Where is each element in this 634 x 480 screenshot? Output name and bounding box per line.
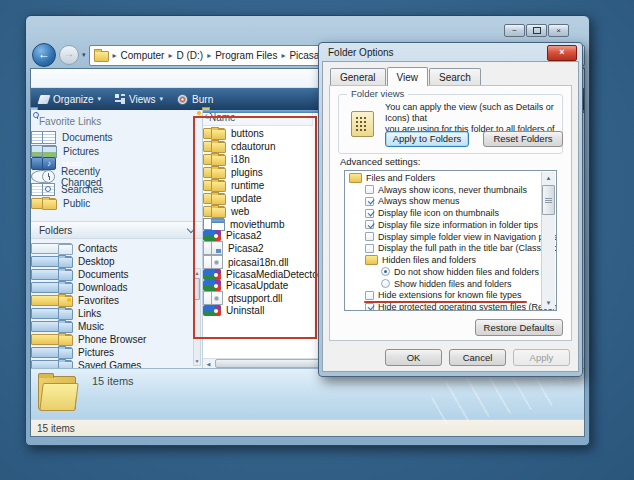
tree-folder-icon (58, 296, 73, 307)
tree-item[interactable]: Desktop (31, 256, 72, 267)
restore-defaults-button[interactable]: Restore Defaults (475, 319, 563, 336)
tree-item[interactable]: Downloads (31, 282, 72, 293)
breadcrumb-segment[interactable]: ▸D (D:) (168, 50, 203, 61)
back-icon: ← (38, 47, 50, 61)
groupbox-label: Folder views (347, 88, 408, 99)
organize-button[interactable]: Organize ▾ (39, 94, 101, 105)
crumb-separator-icon: ▸ (207, 51, 211, 60)
close-icon: × (556, 27, 561, 35)
tree-folder-icon (58, 309, 73, 320)
scroll-left-icon[interactable]: ◀ (203, 360, 214, 368)
favorite-link[interactable]: Searches (31, 183, 54, 196)
navigation-pane: Favorite Links DocumentsPictures♪MusicRe… (31, 110, 203, 368)
favorite-link[interactable]: ♪Music (31, 157, 55, 170)
chevron-down-icon: ▾ (160, 95, 164, 103)
dialog-titlebar[interactable]: Folder Options × (322, 43, 579, 61)
close-button[interactable]: × (548, 24, 569, 37)
tab-search[interactable]: Search (429, 68, 481, 85)
back-button[interactable]: ← (32, 43, 56, 67)
cancel-button[interactable]: Cancel (449, 349, 506, 366)
folder-icon (349, 173, 362, 183)
favorite-link[interactable]: Pictures (31, 145, 56, 157)
details-view-icon (351, 111, 374, 137)
tree-item[interactable]: Contacts (31, 243, 72, 254)
crumb-separator-icon: ▸ (281, 51, 285, 60)
tree-item[interactable]: Pictures (31, 347, 72, 358)
checkbox[interactable] (365, 220, 374, 229)
explorer-titlebar[interactable]: − × (30, 16, 585, 42)
favorite-link-icon (42, 131, 56, 144)
chevron-down-icon: ▾ (98, 95, 102, 103)
checkbox[interactable] (365, 244, 374, 253)
scroll-down-icon[interactable]: ▼ (542, 297, 555, 309)
dialog-title: Folder Options (328, 47, 394, 58)
tree-item[interactable]: Links (31, 308, 72, 319)
views-button[interactable]: Views ▾ (115, 94, 163, 105)
view-tab-page: Folder views You can apply the view (suc… (329, 85, 572, 341)
history-dropdown-icon[interactable]: ▾ (82, 51, 86, 59)
forward-button[interactable]: → (59, 45, 79, 65)
favorite-link[interactable]: Public (31, 198, 56, 209)
burn-button[interactable]: Burn (177, 94, 213, 105)
large-folder-icon (38, 369, 80, 413)
checkbox[interactable] (365, 291, 374, 300)
list-scrollbar[interactable]: ▲ ▼ (541, 172, 555, 309)
folder-views-groupbox: Folder views You can apply the view (suc… (338, 94, 563, 154)
scroll-down-icon[interactable]: ▼ (194, 357, 200, 365)
advanced-setting-row[interactable]: Always show menus (346, 196, 542, 208)
maximize-button[interactable] (526, 24, 547, 37)
folder-icon (365, 255, 378, 265)
favorite-link[interactable]: Recently Changed (31, 170, 54, 183)
apply-button[interactable]: Apply (513, 349, 570, 366)
tree-folder-icon (58, 322, 73, 333)
advanced-setting-row[interactable]: Display file size information in folder … (346, 219, 542, 231)
burn-disc-icon (177, 94, 188, 105)
crumb-separator-icon: ▸ (113, 51, 117, 60)
advanced-setting-row[interactable]: Files and Folders (346, 172, 542, 184)
tab-general[interactable]: General (330, 68, 386, 85)
advanced-setting-row[interactable]: Hide extensions for known file types (346, 290, 542, 302)
breadcrumb-segment[interactable]: ▸Computer (113, 50, 165, 61)
ok-button[interactable]: OK (385, 349, 442, 366)
favorite-links-header: Favorite Links (31, 110, 202, 131)
scrollbar-thumb[interactable] (542, 185, 555, 215)
checkbox[interactable] (365, 185, 374, 194)
organize-icon (38, 95, 51, 104)
crumb-separator-icon: ▸ (168, 51, 172, 60)
folder-options-dialog: Folder Options × General View Search Fol… (318, 42, 583, 377)
advanced-setting-row[interactable]: Display simple folder view in Navigation… (346, 231, 542, 243)
dialog-buttons: OK Cancel Apply (323, 341, 578, 366)
checkbox[interactable] (381, 279, 390, 288)
annotation-red-rectangle (193, 116, 317, 339)
advanced-settings-list: Files and FoldersAlways show icons, neve… (344, 170, 557, 311)
checkbox[interactable] (381, 267, 390, 276)
checkbox[interactable] (365, 232, 374, 241)
checkbox[interactable] (365, 303, 374, 311)
advanced-setting-row[interactable]: Do not show hidden files and folders (346, 266, 542, 278)
advanced-setting-row[interactable]: Display file icon on thumbnails (346, 207, 542, 219)
tree-item[interactable]: Favorites (31, 295, 72, 306)
advanced-setting-row[interactable]: Hidden files and folders (346, 254, 542, 266)
dialog-tabs: General View Search (323, 62, 578, 85)
favorite-link[interactable]: Documents (31, 131, 55, 144)
checkbox[interactable] (365, 197, 374, 206)
apply-to-folders-button[interactable]: Apply to Folders (385, 131, 469, 147)
dialog-close-button[interactable]: × (547, 45, 577, 61)
scroll-up-icon[interactable]: ▲ (542, 172, 555, 184)
minimize-icon: − (512, 27, 517, 35)
favorite-link-icon (42, 199, 57, 210)
advanced-setting-row[interactable]: Display the full path in the title bar (… (346, 243, 542, 255)
checkbox[interactable] (365, 209, 374, 218)
tree-item[interactable]: Music (31, 321, 72, 332)
status-bar: 15 items (31, 419, 584, 436)
minimize-button[interactable]: − (504, 24, 525, 37)
advanced-setting-row[interactable]: Always show icons, never thumbnails (346, 184, 542, 196)
advanced-setting-row[interactable]: Show hidden files and folders (346, 278, 542, 290)
folders-band[interactable]: Folders (31, 221, 202, 239)
breadcrumb-segment[interactable]: ▸Program Files (207, 50, 277, 61)
reset-folders-button[interactable]: Reset Folders (483, 131, 563, 147)
tree-item[interactable]: Documents (31, 269, 72, 280)
tree-item[interactable]: Phone Browser (31, 334, 72, 345)
tab-view[interactable]: View (387, 67, 429, 86)
close-icon: × (559, 47, 564, 57)
